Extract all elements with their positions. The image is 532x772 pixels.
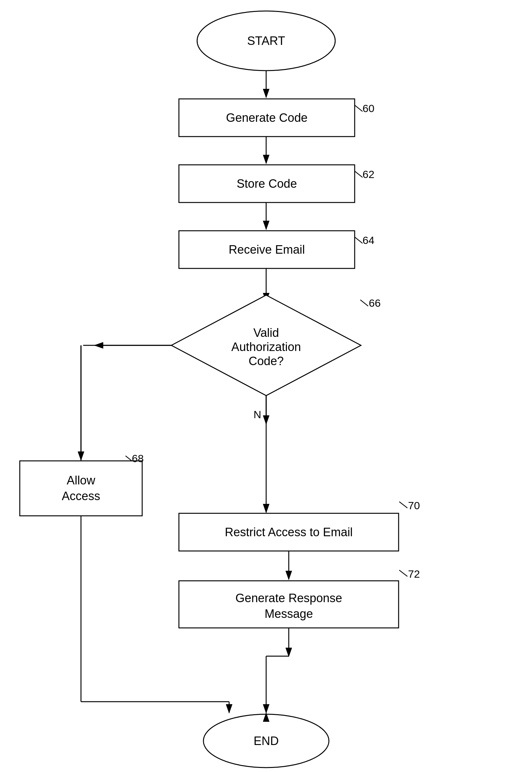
end-label: END xyxy=(254,734,279,748)
store-code-label: Store Code xyxy=(237,177,297,190)
ref-68-tick xyxy=(126,456,132,461)
ref-70: 70 xyxy=(408,499,420,511)
allow-access-line1: Allow xyxy=(67,474,95,487)
ref-62: 62 xyxy=(363,168,374,180)
ref-64: 64 xyxy=(363,234,374,246)
valid-auth-line2: Authorization xyxy=(231,340,301,354)
n-label: N xyxy=(254,408,261,420)
ref-66-tick xyxy=(360,300,368,306)
flowchart-container: START Generate Code 60 Store Code 62 Rec… xyxy=(0,0,532,772)
ref-68: 68 xyxy=(132,452,144,464)
allow-access-line2: Access xyxy=(62,489,100,503)
ref-60-tick xyxy=(355,105,363,111)
restrict-access-label: Restrict Access to Email xyxy=(225,526,353,539)
generate-code-label: Generate Code xyxy=(226,111,308,124)
allow-access-node xyxy=(20,461,142,516)
start-label: START xyxy=(247,34,285,47)
ref-64-tick xyxy=(355,237,363,243)
ref-70-tick xyxy=(399,502,407,508)
ref-66: 66 xyxy=(369,297,381,309)
ref-60: 60 xyxy=(363,102,374,114)
ref-62-tick xyxy=(355,171,363,177)
valid-auth-line1: Valid xyxy=(253,326,279,339)
generate-response-line2: Message xyxy=(265,607,313,620)
generate-response-line1: Generate Response xyxy=(235,591,342,605)
receive-email-label: Receive Email xyxy=(229,243,305,256)
ref-72: 72 xyxy=(408,568,420,580)
valid-auth-line3: Code? xyxy=(249,354,284,368)
ref-72-tick xyxy=(399,570,407,576)
